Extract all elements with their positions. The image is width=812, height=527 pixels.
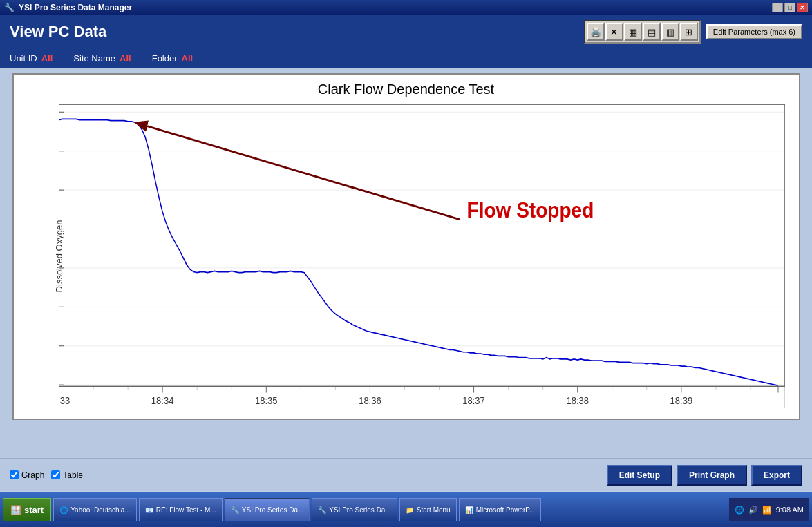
taskbar-powerpoint[interactable]: 📊 Microsoft PowerP... (459, 498, 541, 521)
table-checkbox[interactable] (51, 470, 60, 479)
main-content: Clark Flow Dependence Test Dissolved Oxy… (0, 68, 812, 458)
chart-svg: 95 90 85 80 75 70 65 60 (59, 104, 785, 408)
view4-icon-button[interactable]: ⊞ (680, 23, 698, 41)
svg-text:18:36: 18:36 (359, 395, 381, 407)
taskbar-system-tray: 🌐 🔊 📶 9:08 AM (729, 498, 809, 521)
taskbar-email-label: RE: Flow Test - M... (156, 506, 216, 514)
annotation-text: Flow Stopped (466, 198, 594, 222)
minimize-button[interactable]: _ (772, 3, 783, 12)
taskbar-start-menu-label: Start Menu (417, 506, 451, 514)
print-graph-button[interactable]: Print Graph (677, 465, 747, 486)
taskbar-ysi2-label: YSI Pro Series Da... (329, 506, 390, 514)
email-icon: 📧 (145, 506, 153, 514)
title-bar-icon: 🔧 (4, 3, 15, 12)
svg-text:18:34: 18:34 (151, 395, 173, 407)
taskbar: 🪟 start 🌐 Yahoo! Deutschla... 📧 RE: Flow… (0, 492, 812, 527)
taskbar-email[interactable]: 📧 RE: Flow Test - M... (139, 498, 223, 521)
ysi2-icon: 🔧 (318, 506, 326, 514)
graph-checkbox-item: Graph (10, 470, 44, 480)
unit-id-label: Unit ID (10, 53, 37, 64)
y-axis-label: Dissolved Oxygen (53, 220, 64, 293)
folder-filter: Folder All (152, 53, 193, 64)
title-bar-text: YSI Pro Series Data Manager (19, 3, 772, 12)
start-label: start (24, 505, 44, 515)
view1-icon-button[interactable]: ▦ (624, 23, 642, 41)
svg-text:18:33: 18:33 (59, 395, 70, 407)
folder-value: All (182, 53, 193, 64)
view-title: View PC Data (10, 23, 106, 41)
filter-bar: Unit ID All Site Name All Folder All (0, 48, 812, 68)
svg-text:18:39: 18:39 (670, 395, 692, 407)
svg-text:18:38: 18:38 (566, 395, 589, 407)
delete-icon-button[interactable]: ✕ (605, 23, 623, 41)
taskbar-powerpoint-label: Microsoft PowerP... (476, 506, 535, 514)
svg-text:18:35: 18:35 (255, 395, 278, 407)
graph-label: Graph (21, 470, 44, 480)
chart-container: Clark Flow Dependence Test Dissolved Oxy… (12, 73, 800, 420)
svg-text:18:37: 18:37 (462, 395, 485, 407)
folder-label: Folder (152, 53, 178, 64)
ysi1-icon: 🔧 (231, 506, 239, 514)
network-icon: 🌐 (735, 506, 744, 515)
title-bar: 🔧 YSI Pro Series Data Manager _ □ ✕ (0, 0, 812, 15)
export-button[interactable]: Export (751, 465, 802, 486)
graph-checkbox[interactable] (10, 470, 19, 479)
bottom-controls: Graph Table Edit Setup Print Graph Expor… (0, 458, 812, 491)
edit-setup-button[interactable]: Edit Setup (607, 465, 672, 486)
volume-icon: 🔊 (748, 506, 758, 515)
svg-rect-0 (59, 104, 785, 408)
yahoo-icon: 🌐 (59, 506, 68, 514)
chart-title: Clark Flow Dependence Test (14, 75, 799, 101)
start-icon: 🪟 (10, 505, 21, 515)
unit-id-value: All (41, 53, 53, 64)
bottom-left-controls: Graph Table (10, 470, 83, 480)
start-menu-icon: 📁 (406, 506, 414, 514)
taskbar-ysi1[interactable]: 🔧 YSI Pro Series Da... (225, 498, 310, 521)
site-name-value: All (120, 53, 131, 64)
taskbar-yahoo-label: Yahoo! Deutschla... (70, 506, 131, 514)
view3-icon-button[interactable]: ▥ (661, 23, 679, 41)
site-name-label: Site Name (73, 53, 115, 64)
powerpoint-icon: 📊 (465, 506, 473, 514)
print-icon-button[interactable]: 🖨️ (587, 23, 605, 41)
unit-id-filter: Unit ID All (10, 53, 53, 64)
table-label: Table (63, 470, 83, 480)
view2-icon-button[interactable]: ▤ (643, 23, 661, 41)
bottom-right-controls: Edit Setup Print Graph Export (607, 465, 802, 486)
clock: 9:08 AM (776, 506, 804, 514)
app-header: View PC Data 🖨️ ✕ ▦ ▤ ▥ ⊞ Edit Parameter… (0, 15, 812, 48)
edit-params-button[interactable]: Edit Parameters (max 6) (706, 24, 802, 39)
taskbar-yahoo[interactable]: 🌐 Yahoo! Deutschla... (53, 498, 137, 521)
start-button[interactable]: 🪟 start (3, 498, 51, 521)
taskbar-ysi2[interactable]: 🔧 YSI Pro Series Da... (312, 498, 397, 521)
wifi-icon: 📶 (762, 506, 772, 515)
taskbar-start-menu[interactable]: 📁 Start Menu (399, 498, 457, 521)
close-button[interactable]: ✕ (797, 3, 808, 12)
site-name-filter: Site Name All (73, 53, 131, 64)
maximize-button[interactable]: □ (784, 3, 795, 12)
table-checkbox-item: Table (51, 470, 83, 480)
taskbar-ysi1-label: YSI Pro Series Da... (242, 506, 303, 514)
toolbar-icons: 🖨️ ✕ ▦ ▤ ▥ ⊞ (584, 20, 701, 44)
